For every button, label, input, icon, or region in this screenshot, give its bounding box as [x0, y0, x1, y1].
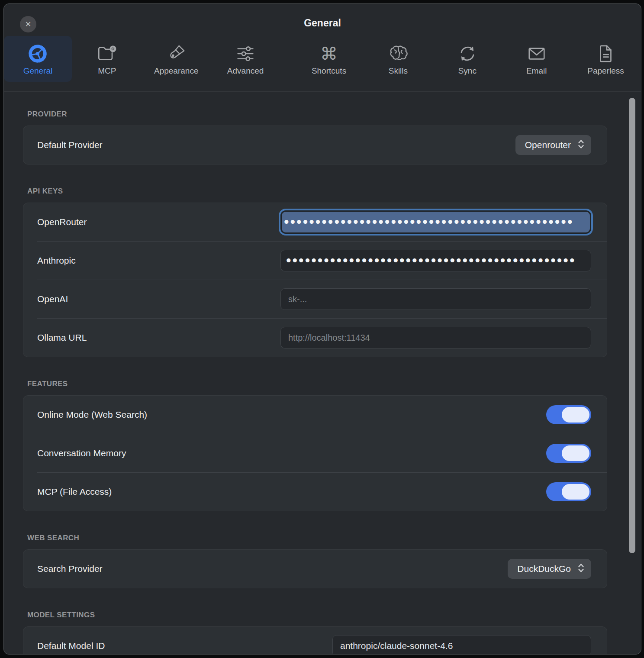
- conversation-memory-toggle[interactable]: [546, 444, 591, 463]
- openai-label: OpenAI: [37, 294, 68, 304]
- search-provider-row: Search Provider DuckDuckGo: [23, 550, 607, 588]
- search-provider-value: DuckDuckGo: [517, 564, 571, 574]
- provider-card: Default Provider Openrouter: [23, 126, 607, 164]
- toggle-knob: [562, 407, 589, 423]
- tab-appearance[interactable]: Appearance: [142, 36, 210, 82]
- section-header: WEB SEARCH: [27, 534, 607, 542]
- section-provider: PROVIDER Default Provider Openrouter: [23, 110, 607, 164]
- sliders-icon: [235, 42, 255, 65]
- masked-value: ••••••••••••••••••••••••••••••••••••••••…: [286, 251, 576, 270]
- folder-gear-icon: [97, 42, 117, 65]
- search-provider-label: Search Provider: [37, 564, 103, 574]
- default-provider-label: Default Provider: [37, 140, 103, 150]
- anthropic-label: Anthropic: [37, 255, 76, 266]
- scrollbar-thumb[interactable]: [629, 98, 635, 553]
- title-bar: ✕ General: [4, 4, 641, 36]
- section-header: FEATURES: [27, 380, 607, 388]
- online-mode-toggle[interactable]: [546, 405, 591, 424]
- openai-key-row: OpenAI: [23, 280, 607, 318]
- anthropic-key-row: Anthropic ••••••••••••••••••••••••••••••…: [23, 242, 607, 280]
- openrouter-key-row: OpenRouter •••••••••••••••••••••••••••••…: [23, 203, 607, 241]
- section-header: MODEL SETTINGS: [27, 611, 607, 619]
- section-header: PROVIDER: [27, 110, 607, 119]
- tab-label: General: [23, 66, 53, 76]
- tab-label: MCP: [98, 66, 116, 76]
- tab-label: Shortcuts: [312, 66, 346, 76]
- default-model-row: Default Model ID: [23, 627, 607, 655]
- tab-general[interactable]: General: [4, 36, 72, 82]
- settings-window: ✕ General General: [3, 3, 641, 655]
- sync-icon: [457, 42, 477, 65]
- command-icon: ⌘: [320, 42, 338, 65]
- tab-paperless[interactable]: Paperless: [572, 36, 640, 82]
- tab-mcp[interactable]: MCP: [73, 36, 141, 82]
- toolbar: General MCP Appearance: [4, 36, 641, 92]
- section-features: FEATURES Online Mode (Web Search) Conver…: [23, 380, 607, 511]
- envelope-icon: [527, 42, 547, 65]
- web-search-card: Search Provider DuckDuckGo: [23, 549, 607, 588]
- openai-key-input[interactable]: [280, 288, 591, 310]
- settings-content: PROVIDER Default Provider Openrouter API…: [4, 110, 641, 655]
- ollama-url-row: Ollama URL: [23, 319, 607, 357]
- tab-label: Skills: [389, 66, 408, 76]
- masked-value: ••••••••••••••••••••••••••••••••••••••••…: [284, 213, 573, 232]
- tab-label: Email: [526, 66, 547, 76]
- tab-skills[interactable]: Skills: [364, 36, 432, 82]
- default-model-input[interactable]: [332, 635, 591, 655]
- search-provider-select[interactable]: DuckDuckGo: [508, 559, 591, 579]
- ollama-url-input[interactable]: [280, 327, 591, 348]
- tab-sync[interactable]: Sync: [433, 36, 501, 82]
- section-api-keys: API KEYS OpenRouter ••••••••••••••••••••…: [23, 187, 607, 357]
- tab-email[interactable]: Email: [502, 36, 570, 82]
- paintbrush-icon: [166, 42, 186, 65]
- ollama-url-label: Ollama URL: [37, 332, 87, 343]
- online-mode-label: Online Mode (Web Search): [37, 410, 147, 420]
- default-provider-row: Default Provider Openrouter: [23, 126, 607, 164]
- tab-shortcuts[interactable]: ⌘ Shortcuts: [295, 36, 363, 82]
- chevron-up-down-icon: [578, 563, 584, 575]
- anthropic-key-input[interactable]: ••••••••••••••••••••••••••••••••••••••••…: [280, 250, 591, 271]
- features-card: Online Mode (Web Search) Conversation Me…: [23, 395, 607, 511]
- openrouter-key-input[interactable]: ••••••••••••••••••••••••••••••••••••••••…: [280, 210, 591, 234]
- section-web-search: WEB SEARCH Search Provider DuckDuckGo: [23, 534, 607, 588]
- api-keys-card: OpenRouter •••••••••••••••••••••••••••••…: [23, 203, 607, 357]
- brain-icon: [388, 42, 408, 65]
- toggle-knob: [562, 484, 589, 500]
- toolbar-divider: [288, 40, 288, 77]
- document-icon: [596, 42, 616, 65]
- chevron-up-down-icon: [578, 139, 584, 151]
- window-title: General: [4, 17, 641, 29]
- mcp-file-access-row: MCP (File Access): [23, 473, 607, 511]
- tab-label: Advanced: [227, 66, 264, 76]
- tab-label: Paperless: [587, 66, 624, 76]
- tab-label: Appearance: [154, 66, 198, 76]
- default-provider-value: Openrouter: [525, 140, 571, 150]
- conversation-memory-row: Conversation Memory: [23, 434, 607, 472]
- section-model-settings: MODEL SETTINGS Default Model ID: [23, 611, 607, 655]
- online-mode-row: Online Mode (Web Search): [23, 396, 607, 434]
- default-provider-select[interactable]: Openrouter: [515, 135, 591, 155]
- mcp-file-access-label: MCP (File Access): [37, 487, 112, 497]
- tab-label: Sync: [458, 66, 477, 76]
- gear-icon: [28, 42, 48, 65]
- openrouter-label: OpenRouter: [37, 217, 87, 227]
- model-settings-card: Default Model ID: [23, 626, 607, 655]
- default-model-label: Default Model ID: [37, 641, 105, 651]
- tab-advanced[interactable]: Advanced: [212, 36, 280, 82]
- conversation-memory-label: Conversation Memory: [37, 448, 126, 458]
- mcp-file-access-toggle[interactable]: [546, 482, 591, 501]
- toggle-knob: [562, 445, 589, 461]
- section-header: API KEYS: [27, 187, 607, 196]
